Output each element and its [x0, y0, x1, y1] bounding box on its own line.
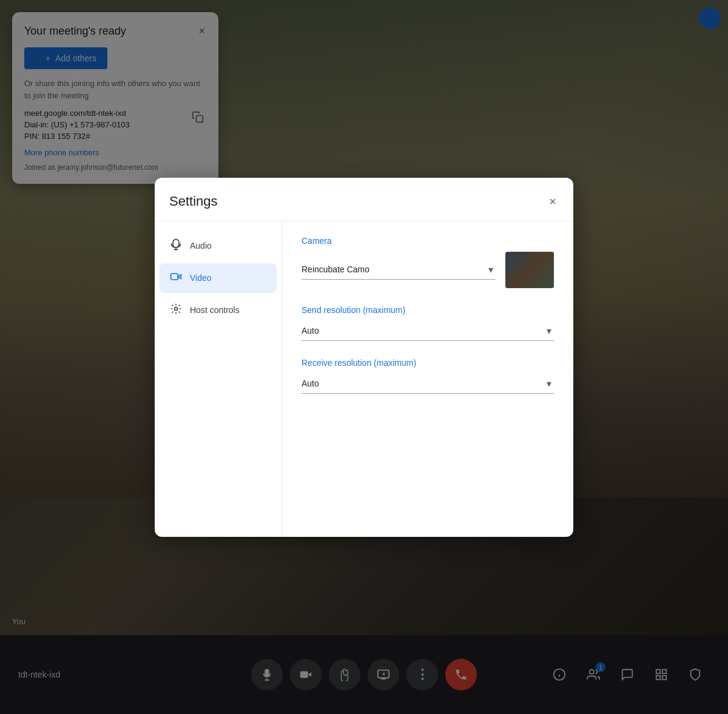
settings-header: Settings ×: [155, 178, 573, 221]
camera-section: Camera Reincubate Camo FaceTime HD Camer…: [302, 236, 554, 288]
camera-label: Camera: [302, 236, 554, 246]
video-icon: [169, 271, 183, 286]
send-resolution-select-wrapper: Auto 720p 1080p 360p ▾: [302, 321, 554, 341]
send-resolution-section: Send resolution (maximum) Auto 720p 1080…: [302, 305, 554, 341]
send-resolution-select[interactable]: Auto 720p 1080p 360p: [302, 321, 554, 340]
nav-item-audio[interactable]: Audio: [160, 231, 277, 261]
settings-content: Camera Reincubate Camo FaceTime HD Camer…: [282, 221, 573, 537]
recv-resolution-label: Receive resolution (maximum): [302, 358, 554, 368]
nav-item-video[interactable]: Video: [160, 263, 277, 293]
recv-resolution-section: Receive resolution (maximum) Auto 720p 1…: [302, 358, 554, 394]
camera-select[interactable]: Reincubate Camo FaceTime HD Camera Defau…: [302, 260, 496, 279]
settings-title: Settings: [169, 194, 218, 209]
camera-select-row: Reincubate Camo FaceTime HD Camera Defau…: [302, 252, 554, 288]
recv-resolution-select-wrapper: Auto 720p 1080p 360p ▾: [302, 374, 554, 394]
send-resolution-label: Send resolution (maximum): [302, 305, 554, 315]
camera-preview: [505, 252, 554, 288]
camera-select-wrapper: Reincubate Camo FaceTime HD Camera Defau…: [302, 260, 496, 280]
audio-icon: [169, 238, 183, 254]
svg-rect-4: [171, 274, 178, 280]
svg-rect-1: [173, 239, 179, 247]
nav-video-label: Video: [190, 273, 212, 283]
recv-resolution-select[interactable]: Auto 720p 1080p 360p: [302, 374, 554, 393]
settings-close-button[interactable]: ×: [547, 192, 559, 211]
nav-item-host-controls[interactable]: Host controls: [160, 295, 277, 325]
settings-dialog: Settings × Audio: [155, 178, 573, 537]
settings-body: Audio Video Host control: [155, 221, 573, 537]
host-controls-icon: [169, 303, 183, 318]
nav-host-controls-label: Host controls: [190, 305, 240, 315]
nav-audio-label: Audio: [190, 241, 212, 251]
settings-nav: Audio Video Host control: [155, 221, 282, 537]
svg-point-5: [175, 307, 178, 310]
